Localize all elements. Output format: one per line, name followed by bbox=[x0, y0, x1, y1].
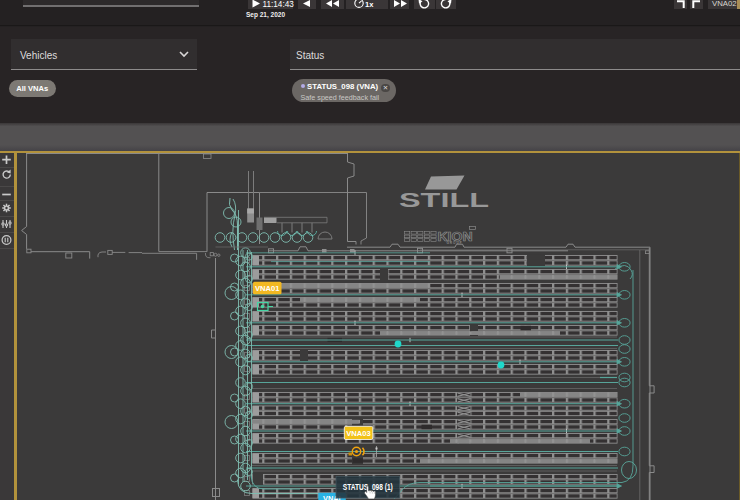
svg-text:G R O U P: G R O U P bbox=[447, 241, 463, 245]
svg-text:VNA03: VNA03 bbox=[346, 429, 370, 438]
svg-text:1x: 1x bbox=[365, 0, 374, 9]
svg-text:11:14:43: 11:14:43 bbox=[263, 0, 295, 9]
svg-text:VNA01: VNA01 bbox=[255, 284, 280, 293]
svg-text:STILL: STILL bbox=[399, 189, 489, 211]
